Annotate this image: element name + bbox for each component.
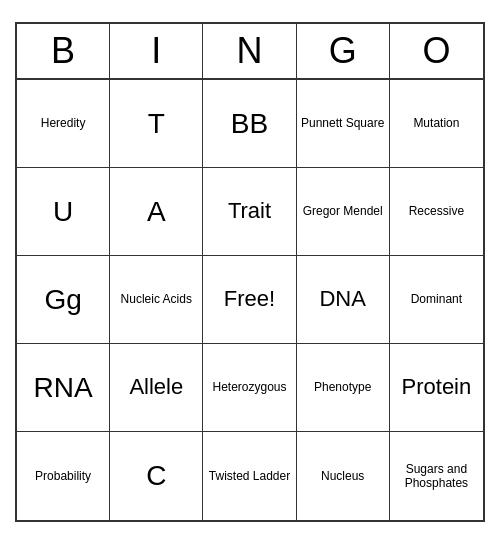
bingo-cell-20: Probability: [17, 432, 110, 520]
bingo-cell-text-10: Gg: [44, 283, 81, 317]
bingo-cell-22: Twisted Ladder: [203, 432, 296, 520]
bingo-cell-text-11: Nucleic Acids: [121, 292, 192, 306]
bingo-cell-14: Dominant: [390, 256, 483, 344]
bingo-cell-text-16: Allele: [129, 374, 183, 400]
bingo-cell-10: Gg: [17, 256, 110, 344]
bingo-cell-12: Free!: [203, 256, 296, 344]
bingo-cell-text-14: Dominant: [411, 292, 462, 306]
bingo-cell-text-6: A: [147, 195, 166, 229]
header-letter-B: B: [17, 24, 110, 78]
header-letter-N: N: [203, 24, 296, 78]
bingo-cell-text-15: RNA: [34, 371, 93, 405]
bingo-cell-8: Gregor Mendel: [297, 168, 390, 256]
bingo-cell-4: Mutation: [390, 80, 483, 168]
bingo-cell-text-0: Heredity: [41, 116, 86, 130]
bingo-header: BINGO: [17, 24, 483, 80]
bingo-cell-16: Allele: [110, 344, 203, 432]
bingo-cell-text-2: BB: [231, 107, 268, 141]
bingo-cell-18: Phenotype: [297, 344, 390, 432]
bingo-cell-9: Recessive: [390, 168, 483, 256]
bingo-cell-text-7: Trait: [228, 198, 271, 224]
bingo-cell-1: T: [110, 80, 203, 168]
bingo-cell-11: Nucleic Acids: [110, 256, 203, 344]
bingo-cell-text-8: Gregor Mendel: [303, 204, 383, 218]
bingo-cell-text-5: U: [53, 195, 73, 229]
bingo-grid: HeredityTBBPunnett SquareMutationUATrait…: [17, 80, 483, 520]
bingo-cell-text-24: Sugars and Phosphates: [394, 462, 479, 491]
header-letter-G: G: [297, 24, 390, 78]
bingo-cell-text-4: Mutation: [413, 116, 459, 130]
bingo-cell-23: Nucleus: [297, 432, 390, 520]
bingo-cell-text-18: Phenotype: [314, 380, 371, 394]
bingo-cell-text-12: Free!: [224, 286, 275, 312]
bingo-cell-text-3: Punnett Square: [301, 116, 384, 130]
bingo-cell-text-20: Probability: [35, 469, 91, 483]
bingo-cell-24: Sugars and Phosphates: [390, 432, 483, 520]
bingo-cell-19: Protein: [390, 344, 483, 432]
bingo-cell-6: A: [110, 168, 203, 256]
bingo-cell-13: DNA: [297, 256, 390, 344]
bingo-card: BINGO HeredityTBBPunnett SquareMutationU…: [15, 22, 485, 522]
bingo-cell-7: Trait: [203, 168, 296, 256]
bingo-cell-text-1: T: [148, 107, 165, 141]
bingo-cell-text-19: Protein: [402, 374, 472, 400]
bingo-cell-text-17: Heterozygous: [212, 380, 286, 394]
bingo-cell-text-22: Twisted Ladder: [209, 469, 290, 483]
bingo-cell-5: U: [17, 168, 110, 256]
bingo-cell-15: RNA: [17, 344, 110, 432]
bingo-cell-21: C: [110, 432, 203, 520]
header-letter-O: O: [390, 24, 483, 78]
bingo-cell-2: BB: [203, 80, 296, 168]
bingo-cell-17: Heterozygous: [203, 344, 296, 432]
bingo-cell-text-21: C: [146, 459, 166, 493]
header-letter-I: I: [110, 24, 203, 78]
bingo-cell-text-9: Recessive: [409, 204, 464, 218]
bingo-cell-3: Punnett Square: [297, 80, 390, 168]
bingo-cell-text-23: Nucleus: [321, 469, 364, 483]
bingo-cell-text-13: DNA: [319, 286, 365, 312]
bingo-cell-0: Heredity: [17, 80, 110, 168]
